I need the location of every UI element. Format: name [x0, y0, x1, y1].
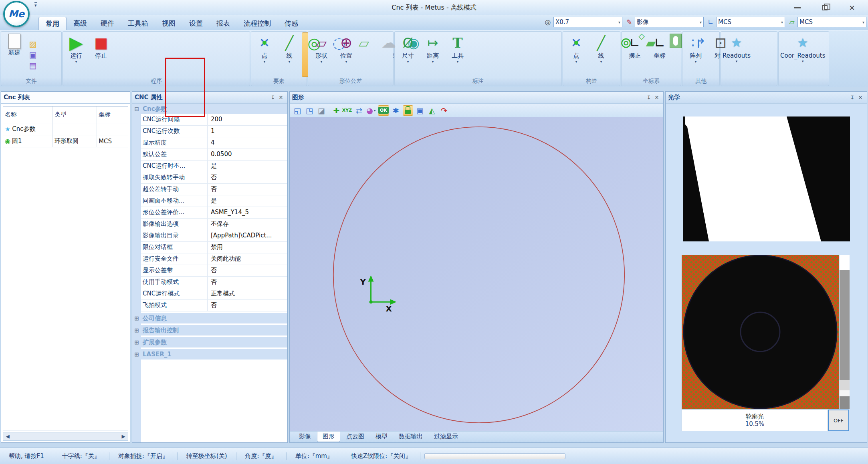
status-item[interactable]: 十字线:『关』 — [53, 452, 109, 460]
view-combo-select[interactable]: 影像 ▾ — [635, 17, 704, 27]
property-group-header[interactable]: 扩展参数 — [132, 337, 287, 347]
ribbon-button[interactable]: 阵列 ▾ — [683, 32, 708, 77]
close-button[interactable]: ✕ — [838, 0, 866, 15]
graphics-tool-button[interactable]: ▾ — [292, 105, 303, 116]
property-group-header[interactable]: LASER_1 — [132, 349, 287, 360]
property-group-header[interactable]: 公司信息 — [132, 313, 287, 323]
graphics-tool-button[interactable]: ▾ — [354, 105, 364, 116]
graphics-view-tab[interactable]: 影像 — [294, 432, 316, 442]
ribbon-button[interactable]: 运行 ▾ — [64, 32, 89, 77]
ribbon-button[interactable]: 线 ▾ — [589, 32, 614, 77]
property-group-header[interactable]: 报告输出控制 — [132, 325, 287, 335]
property-value[interactable]: 正常模式 — [208, 288, 287, 299]
ribbon-button[interactable]: Coor_Readouts ▾ — [779, 32, 826, 77]
status-item[interactable]: 单位:『mm』 — [287, 452, 342, 460]
ribbon-button[interactable]: 坐标 ▾ — [647, 32, 672, 77]
pin-icon[interactable]: ↧ — [848, 94, 856, 100]
restore-button[interactable] — [811, 0, 838, 15]
property-value[interactable]: 禁用 — [208, 242, 287, 253]
status-item[interactable]: 快速Z软限位:『关闭』 — [342, 452, 420, 460]
graphics-tool-button[interactable]: ▾ — [391, 105, 401, 116]
graphics-view-tab[interactable]: 模型 — [370, 432, 393, 442]
view-combo-select[interactable]: MCS ▾ — [716, 17, 785, 27]
graphics-tool-button[interactable]: ▾ — [403, 105, 413, 116]
property-value[interactable]: 否 — [208, 172, 287, 183]
file-small-button[interactable] — [28, 61, 38, 70]
light-off-button[interactable]: OFF — [828, 410, 849, 431]
graphics-tool-button[interactable]: ▾ — [415, 105, 425, 116]
ribbon-button[interactable]: 新建 ▾ — [2, 32, 27, 77]
ribbon-tab[interactable]: 报表 — [210, 17, 237, 30]
file-small-button[interactable] — [28, 50, 38, 60]
graphics-tool-button[interactable]: ▾ — [316, 105, 327, 116]
ribbon-button[interactable]: 点 ▾ — [564, 32, 589, 77]
scrollbar-thumb[interactable] — [840, 270, 850, 380]
graphics-tool-button[interactable]: ▾ — [304, 105, 315, 116]
column-header-type[interactable]: 类型 — [53, 106, 97, 123]
graphics-view-tab[interactable]: 过滤显示 — [429, 432, 463, 442]
pin-icon[interactable]: ↧ — [645, 94, 653, 100]
close-icon[interactable]: ✕ — [856, 94, 864, 100]
ribbon-tab[interactable]: 视图 — [155, 17, 182, 30]
status-item[interactable]: 对象捕捉:『开启』 — [109, 452, 178, 460]
ribbon-button[interactable]: 位置 ▾ — [334, 32, 359, 77]
property-value[interactable]: 关闭此功能 — [208, 253, 287, 265]
column-header-name[interactable]: 名称 — [3, 106, 53, 123]
expand-icon[interactable] — [134, 352, 139, 357]
view-combo-select[interactable]: X0.7 ▾ — [553, 17, 622, 27]
property-value[interactable]: 是 — [208, 195, 287, 207]
ribbon-button[interactable]: 点 ▾ — [252, 32, 277, 77]
property-value[interactable]: 4 — [208, 137, 287, 149]
status-item[interactable]: 角度:『度』 — [236, 452, 287, 460]
file-small-button[interactable] — [28, 39, 38, 49]
graphics-tool-button[interactable]: ▾ — [427, 105, 437, 116]
property-value[interactable]: ASME_Y14_5 — [208, 207, 287, 218]
expand-icon[interactable] — [134, 327, 139, 333]
graphics-tool-button[interactable]: ▾ — [366, 105, 376, 116]
graphics-tool-button[interactable]: OK ▾ — [378, 105, 389, 116]
column-header-coord[interactable]: 坐标 — [97, 106, 128, 123]
ribbon-tab[interactable]: 设置 — [182, 17, 210, 30]
ribbon-button[interactable]: 尺寸 ▾ — [396, 32, 420, 77]
close-icon[interactable]: ✕ — [277, 94, 285, 100]
property-value[interactable]: 是 — [208, 161, 287, 172]
table-row[interactable]: Cnc参数 — [3, 123, 128, 135]
minimize-button[interactable] — [784, 0, 811, 15]
property-value[interactable]: 200 — [208, 114, 287, 125]
app-logo-button[interactable]: Me — [3, 1, 30, 27]
ribbon-tab[interactable]: 传感 — [278, 17, 305, 30]
ribbon-button[interactable]: 线 ▾ — [277, 32, 302, 77]
collapse-icon[interactable] — [134, 106, 139, 112]
status-item[interactable]: 转至极坐标(关) — [178, 452, 236, 460]
graphics-view-tab[interactable]: 图形 — [317, 432, 340, 442]
close-icon[interactable]: ✕ — [653, 94, 661, 100]
property-value[interactable]: 0.0500 — [208, 149, 287, 160]
expand-icon[interactable] — [134, 339, 139, 345]
scroll-left-icon[interactable]: ◀ — [3, 434, 12, 439]
graphics-tool-button[interactable]: XYZ ▾ — [342, 105, 352, 116]
ribbon-button[interactable]: 距离 ▾ — [420, 32, 445, 77]
graphics-view-tab[interactable]: 点云图 — [341, 432, 369, 442]
graphics-tool-button[interactable]: ▾ — [439, 105, 449, 116]
ribbon-tab[interactable]: 硬件 — [94, 17, 121, 30]
ribbon-button[interactable]: 停止 ▾ — [89, 32, 113, 77]
graphics-canvas[interactable]: Y X — [290, 117, 663, 431]
property-value[interactable]: 否 — [208, 277, 287, 288]
table-row[interactable]: 圆1 环形取圆 MCS — [3, 135, 128, 147]
property-value[interactable]: [AppPath]\CADPict... — [208, 230, 287, 241]
pin-icon[interactable]: ↧ — [269, 94, 277, 100]
ribbon-tab[interactable]: 流程控制 — [237, 17, 278, 30]
ribbon-button[interactable]: 工具 ▾ — [445, 32, 470, 77]
expand-icon[interactable] — [134, 315, 139, 321]
scroll-right-icon[interactable]: ▶ — [119, 434, 128, 439]
property-value[interactable]: 不保存 — [208, 219, 287, 230]
ribbon-tab[interactable]: 高级 — [67, 17, 94, 30]
property-value[interactable]: 否 — [208, 184, 287, 195]
property-value[interactable]: 否 — [208, 265, 287, 276]
ribbon-button[interactable]: 形状 ▾ — [309, 32, 334, 77]
graphics-view-tab[interactable]: 数据输出 — [394, 432, 428, 442]
graphics-tool-button[interactable]: ▾ — [330, 105, 340, 116]
ribbon-tab[interactable]: 常用 — [38, 17, 67, 30]
ribbon-tab[interactable]: 工具箱 — [121, 17, 155, 30]
ribbon-button[interactable]: 摆正 ▾ — [622, 32, 647, 77]
